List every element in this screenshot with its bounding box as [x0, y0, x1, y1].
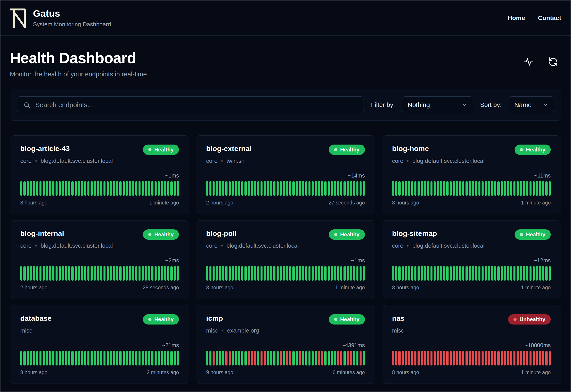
status-bar[interactable] — [126, 181, 128, 196]
status-bar[interactable] — [225, 181, 227, 196]
status-bar[interactable] — [33, 181, 35, 196]
status-bar[interactable] — [475, 266, 477, 281]
status-bar[interactable] — [485, 351, 487, 365]
status-bar[interactable] — [280, 351, 282, 365]
status-bar[interactable] — [479, 181, 481, 196]
status-bar[interactable] — [481, 351, 483, 365]
status-bar[interactable] — [116, 351, 118, 365]
status-bar[interactable] — [264, 266, 266, 281]
status-bar[interactable] — [318, 351, 320, 365]
status-bar[interactable] — [418, 351, 420, 365]
status-bar[interactable] — [526, 351, 528, 365]
status-bar[interactable] — [20, 266, 22, 281]
status-bar[interactable] — [479, 266, 481, 281]
status-bar[interactable] — [43, 266, 45, 281]
status-bar[interactable] — [56, 181, 58, 196]
status-bar[interactable] — [212, 181, 215, 196]
status-bar[interactable] — [84, 351, 86, 365]
status-bar[interactable] — [350, 351, 352, 365]
status-bar[interactable] — [248, 266, 250, 281]
status-bar[interactable] — [20, 351, 22, 365]
status-bar[interactable] — [251, 266, 253, 281]
status-bar[interactable] — [328, 351, 330, 365]
status-bar[interactable] — [491, 181, 493, 196]
status-bar[interactable] — [145, 181, 147, 196]
status-bar[interactable] — [151, 181, 153, 196]
status-bar[interactable] — [427, 181, 429, 196]
nav-contact[interactable]: Contact — [538, 14, 561, 22]
status-bar[interactable] — [161, 351, 163, 365]
endpoint-card[interactable]: blog-external Healthy core•twin.sh ~14ms… — [195, 135, 375, 214]
status-bar[interactable] — [283, 181, 285, 196]
status-bar[interactable] — [107, 266, 109, 281]
status-bar[interactable] — [177, 351, 179, 365]
status-bar[interactable] — [148, 266, 150, 281]
status-bar[interactable] — [52, 351, 54, 365]
status-bar[interactable] — [356, 181, 359, 196]
status-bar[interactable] — [347, 266, 349, 281]
endpoint-card[interactable]: icmp Healthy misc•example.org ~4391ms 9 … — [195, 305, 375, 384]
status-bar[interactable] — [510, 351, 512, 365]
status-bar[interactable] — [363, 266, 365, 281]
status-bar[interactable] — [302, 351, 304, 365]
status-bar[interactable] — [494, 351, 496, 365]
endpoint-card[interactable]: blog-home Healthy core•blog.default.svc.… — [382, 135, 561, 214]
status-bar[interactable] — [405, 181, 407, 196]
status-bar[interactable] — [549, 181, 551, 196]
status-bar[interactable] — [46, 266, 48, 281]
status-bar[interactable] — [232, 351, 234, 365]
status-bar[interactable] — [81, 181, 83, 196]
status-bar[interactable] — [504, 351, 506, 365]
status-bar[interactable] — [267, 351, 269, 365]
status-bar[interactable] — [68, 351, 70, 365]
status-bar[interactable] — [62, 181, 64, 196]
status-bar[interactable] — [296, 181, 298, 196]
status-bar[interactable] — [286, 351, 288, 365]
status-bar[interactable] — [296, 351, 298, 365]
status-bar[interactable] — [340, 181, 342, 196]
status-bar[interactable] — [363, 351, 365, 365]
status-bar[interactable] — [84, 266, 86, 281]
status-bar[interactable] — [161, 266, 163, 281]
status-bar[interactable] — [536, 266, 538, 281]
status-bar[interactable] — [398, 181, 400, 196]
status-bar[interactable] — [36, 181, 38, 196]
status-bar[interactable] — [62, 351, 64, 365]
status-bar[interactable] — [229, 351, 231, 365]
status-bar[interactable] — [542, 266, 544, 281]
status-bar[interactable] — [450, 266, 452, 281]
status-bar[interactable] — [431, 351, 433, 365]
status-bar[interactable] — [264, 351, 266, 365]
status-bar[interactable] — [283, 266, 285, 281]
status-bar[interactable] — [443, 181, 445, 196]
status-bar[interactable] — [395, 181, 397, 196]
status-bar[interactable] — [450, 351, 452, 365]
status-bar[interactable] — [324, 351, 326, 365]
status-bar[interactable] — [421, 351, 423, 365]
status-bar[interactable] — [81, 351, 83, 365]
status-bar[interactable] — [517, 351, 519, 365]
search-input[interactable] — [17, 97, 364, 113]
status-bar[interactable] — [350, 266, 352, 281]
status-bar[interactable] — [286, 181, 288, 196]
status-bar[interactable] — [210, 351, 211, 365]
status-bar[interactable] — [315, 181, 317, 196]
sort-select[interactable]: Name — [509, 97, 554, 113]
endpoint-card[interactable]: blog-poll Healthy core•blog.default.svc.… — [195, 220, 375, 299]
status-bar[interactable] — [395, 266, 397, 281]
status-bar[interactable] — [164, 266, 166, 281]
status-bar[interactable] — [123, 351, 125, 365]
status-bar[interactable] — [466, 351, 467, 365]
status-bar[interactable] — [497, 351, 499, 365]
status-bar[interactable] — [113, 266, 115, 281]
status-bar[interactable] — [392, 181, 394, 196]
status-bar[interactable] — [78, 181, 80, 196]
status-bar[interactable] — [155, 181, 157, 196]
status-bar[interactable] — [241, 266, 243, 281]
status-bar[interactable] — [424, 266, 426, 281]
status-bar[interactable] — [507, 266, 509, 281]
status-bar[interactable] — [539, 266, 541, 281]
refresh-button[interactable] — [548, 57, 558, 67]
status-bar[interactable] — [459, 266, 461, 281]
status-bar[interactable] — [273, 181, 275, 196]
